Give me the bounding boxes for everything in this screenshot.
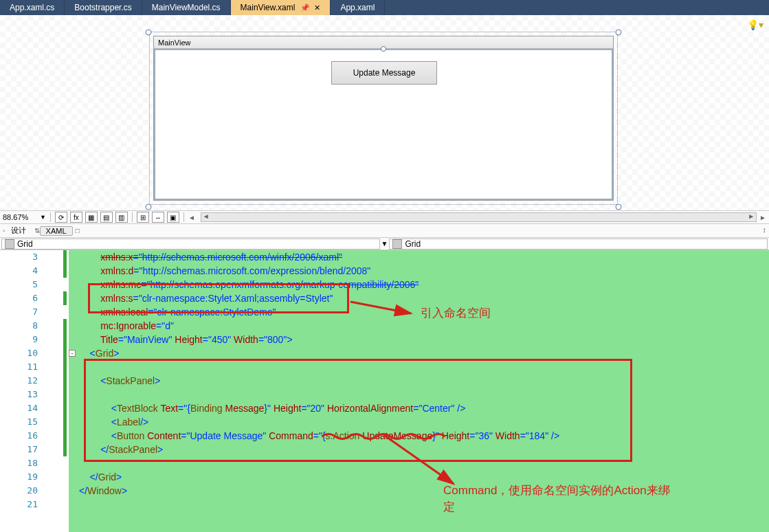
close-icon[interactable]: ✕	[314, 3, 320, 12]
line-number: 5	[0, 278, 69, 291]
code-line[interactable]: Title="MainView" Height="450" Width="800…	[79, 333, 769, 346]
handle-corner-icon[interactable]	[144, 201, 153, 210]
tab-app-xaml-cs[interactable]: App.xaml.cs	[0, 0, 65, 15]
line-number: 12	[0, 374, 69, 388]
code-line[interactable]: xmlns:d="http://schemas.microsoft.com/ex…	[79, 264, 769, 278]
fx-icon[interactable]: fx	[70, 212, 82, 223]
designer-toolbar: 88.67%▼ ⟳ fx ▦ ▤ ▥ ⊞ ↔ ▣ ◄ ►	[0, 210, 769, 224]
xaml-tab[interactable]: XAML	[40, 226, 73, 236]
element-right-select[interactable]: Grid	[389, 239, 768, 250]
line-number: 21	[0, 498, 69, 511]
svg-point-2	[146, 204, 151, 210]
pane-switcher: ▫ 设计 ⇅ XAML □ ↕	[0, 224, 769, 238]
line-number: 19	[0, 470, 69, 484]
svg-point-1	[616, 30, 621, 35]
refresh-icon[interactable]: ⟳	[55, 212, 67, 223]
line-number: 14	[0, 401, 69, 415]
change-marker	[63, 250, 67, 278]
arrow-icon	[350, 298, 419, 322]
line-number: 7	[0, 305, 69, 319]
line-number: 16	[0, 429, 69, 443]
svg-point-3	[616, 204, 621, 210]
designer-surface[interactable]: 💡▾ MainView Update Message	[0, 15, 769, 210]
pin-icon[interactable]: 📌	[300, 3, 310, 12]
tab-bar: App.xaml.csBootstrapper.csMainViewModel.…	[0, 0, 769, 15]
element-left-select[interactable]: Grid	[1, 239, 380, 250]
fold-icon[interactable]: -	[69, 350, 76, 357]
annotation-label-namespace: 引入命名空间	[421, 305, 491, 321]
annotation-box-namespace	[88, 283, 349, 313]
horizontal-scrollbar[interactable]	[201, 212, 757, 222]
update-message-button[interactable]: Update Message	[331, 61, 437, 85]
line-gutter: 3456789101112131415161718192021	[0, 250, 69, 532]
grid-icon[interactable]: ▦	[85, 212, 98, 223]
zoom-level[interactable]: 88.67%	[3, 213, 37, 221]
handle-mid-icon[interactable]	[381, 46, 386, 52]
code-editor[interactable]: 3456789101112131415161718192021 - xmlns:…	[0, 250, 769, 532]
code-line[interactable]: xmlns:x="http://schemas.microsoft.com/wi…	[79, 250, 769, 264]
handle-corner-icon[interactable]	[614, 201, 623, 210]
lightbulb-icon[interactable]: 💡▾	[747, 19, 764, 30]
change-marker	[63, 291, 67, 305]
tab-mainviewmodel-cs[interactable]: MainViewModel.cs	[142, 0, 231, 15]
svg-point-0	[146, 30, 151, 35]
tab-mainview-xaml[interactable]: MainView.xaml📌✕	[231, 0, 331, 15]
line-number: 10	[0, 346, 69, 360]
line-number: 4	[0, 264, 69, 278]
svg-line-4	[350, 302, 411, 313]
line-number: 13	[0, 388, 69, 401]
handle-corner-icon[interactable]	[144, 27, 153, 35]
change-marker	[63, 319, 67, 456]
tab-app-xaml[interactable]: App.xaml	[331, 0, 385, 15]
tab-bootstrapper-cs[interactable]: Bootstrapper.cs	[65, 0, 142, 15]
swap-panes-icon[interactable]: ↕	[763, 225, 767, 234]
snap-icon[interactable]: ▥	[115, 212, 128, 223]
cursor-icon[interactable]: ↔	[152, 212, 164, 223]
line-number: 18	[0, 456, 69, 470]
svg-line-5	[385, 436, 454, 484]
code-line[interactable]: mc:Ignorable="d"	[79, 319, 769, 333]
line-number: 6	[0, 291, 69, 305]
design-tab[interactable]: 设计	[5, 225, 32, 236]
line-number: 9	[0, 333, 69, 346]
arrows-icon[interactable]: ⇅	[34, 227, 40, 234]
grid-element-icon	[5, 239, 14, 249]
code-line[interactable]: <Grid>	[79, 346, 769, 360]
element-path-bar: Grid ▼ Grid	[0, 238, 769, 250]
line-number: 11	[0, 360, 69, 374]
line-number: 3	[0, 250, 69, 264]
handle-corner-icon[interactable]	[614, 27, 623, 35]
align-icon[interactable]: ⊞	[137, 212, 149, 223]
design-window[interactable]: MainView Update Message	[153, 36, 614, 201]
line-number: 15	[0, 415, 69, 429]
line-number: 8	[0, 319, 69, 333]
line-number: 20	[0, 484, 69, 498]
doc-icon[interactable]: □	[76, 227, 80, 234]
line-number: 17	[0, 443, 69, 456]
layer-icon[interactable]: ▣	[167, 212, 179, 223]
grid2-icon[interactable]: ▤	[100, 212, 113, 223]
annotation-label-command: Command，使用命名空间实例的Action来绑定	[443, 483, 677, 516]
grid-element-icon	[392, 239, 402, 249]
annotation-box-command	[84, 359, 632, 462]
